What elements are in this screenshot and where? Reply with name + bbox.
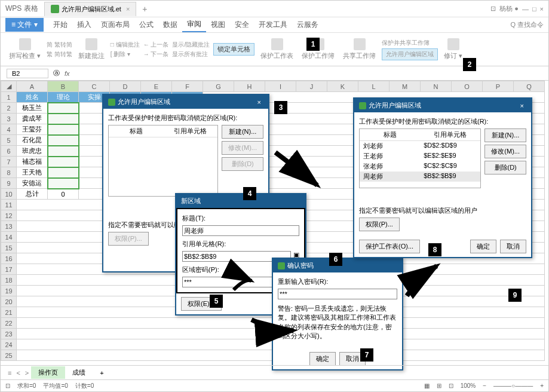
sheet-tab-1[interactable]: 操作页 <box>31 366 65 379</box>
cell-A9[interactable]: 安德运 <box>17 178 48 189</box>
menu-review[interactable]: 审阅 <box>182 17 206 32</box>
ok-button[interactable]: 确定 <box>309 352 336 366</box>
close-icon[interactable]: × <box>540 5 544 13</box>
menu-view[interactable]: 视图 <box>206 18 230 32</box>
cell-A8[interactable]: 王天艳 <box>17 167 48 178</box>
dialog1-titlebar[interactable]: 允许用户编辑区域× <box>103 95 268 109</box>
col-Q[interactable]: Q <box>514 81 545 92</box>
col-A[interactable]: A <box>17 81 48 92</box>
delete-button[interactable]: 删除(D) <box>484 161 526 174</box>
fx-icon[interactable]: ⓐ <box>53 69 60 78</box>
cell-B10[interactable]: 0 <box>48 189 79 200</box>
zoom-level[interactable]: 100% <box>461 382 476 389</box>
menu-layout[interactable]: 页面布局 <box>96 18 134 32</box>
minimize-icon[interactable]: — <box>522 5 529 13</box>
col-I[interactable]: I <box>265 81 296 92</box>
permissions-button[interactable]: 权限(P)... <box>359 218 400 231</box>
new-button[interactable]: 新建(N)... <box>222 125 263 139</box>
cell-A2[interactable]: 杨玉兰 <box>17 103 48 114</box>
title-input[interactable] <box>182 225 299 236</box>
cell-A5[interactable]: 石化昆 <box>17 135 48 146</box>
lock-cell-button[interactable]: 锁定单元格 <box>213 43 254 56</box>
tab-close-icon[interactable]: × <box>126 5 130 13</box>
menu-cloud[interactable]: 云服务 <box>292 18 323 32</box>
new-tab-icon[interactable]: + <box>142 4 147 14</box>
col-H[interactable]: H <box>234 81 265 92</box>
simp-to-trad-button[interactable]: 简 繁转简 <box>47 41 72 49</box>
dialog1-close-icon[interactable]: × <box>255 99 263 106</box>
delete-comment-button[interactable]: [ 删除 ▾ <box>111 50 140 59</box>
maximize-icon[interactable]: □ <box>532 5 536 13</box>
prev-comment-button[interactable]: ← 上一条 <box>143 41 169 49</box>
document-tab[interactable]: 允许用户编辑区域.et × <box>44 2 137 16</box>
dialog2-titlebar[interactable]: 新区域 <box>176 194 305 208</box>
col-G[interactable]: G <box>203 81 234 92</box>
col-M[interactable]: M <box>389 81 421 92</box>
cell-A6[interactable]: 班虎忠 <box>17 146 48 157</box>
spellcheck-button[interactable]: 拼写检查 ▾ <box>7 38 43 60</box>
allow-edit-ranges-button[interactable]: 允许用户编辑区域 <box>382 48 438 60</box>
edit-comment-button[interactable]: □ 编辑批注 <box>111 41 140 49</box>
zoom-out-icon[interactable]: − <box>483 382 486 389</box>
zoom-in-icon[interactable]: + <box>540 382 544 389</box>
user-label[interactable]: 杨杨 ● <box>499 4 519 13</box>
dialog1-range-list[interactable]: 标题引用单元格 <box>108 125 218 197</box>
col-P[interactable]: P <box>483 81 514 92</box>
track-changes-button[interactable]: 修订 ▾ <box>441 38 465 60</box>
modify-button[interactable]: 修改(M)... <box>484 145 526 158</box>
cell-B1[interactable]: 理论 <box>48 92 79 103</box>
list-item[interactable]: 刘老师$D$2:$D$9 <box>360 141 480 151</box>
sheet-nav-first-icon[interactable]: ≡ <box>5 369 14 376</box>
col-K[interactable]: K <box>327 81 358 92</box>
command-search[interactable]: Q 查找命令 <box>510 20 544 29</box>
show-all-comments-button[interactable]: 显示所有批注 <box>172 50 210 59</box>
list-item[interactable]: 王老师$E$2:$E$9 <box>360 151 480 161</box>
menu-insert[interactable]: 插入 <box>72 18 96 32</box>
col-F[interactable]: F <box>172 81 203 92</box>
protect-sheet-button[interactable]: 保护工作表 <box>258 38 296 60</box>
col-J[interactable]: J <box>296 81 327 92</box>
reenter-input[interactable] <box>278 289 397 299</box>
dialog4-titlebar[interactable]: 允许用户编辑区域× <box>354 99 531 112</box>
view-normal-icon[interactable]: ▦ <box>424 382 430 389</box>
col-B[interactable]: B <box>48 81 79 92</box>
add-sheet-icon[interactable]: + <box>93 368 111 378</box>
col-O[interactable]: O <box>452 81 483 92</box>
menu-formula[interactable]: 公式 <box>134 18 158 32</box>
sheet-nav-next-icon[interactable]: > <box>23 369 31 376</box>
share-workbook-button[interactable]: 共享工作簿 <box>341 38 378 60</box>
ok-button[interactable]: 确定 <box>470 240 496 253</box>
dialog4-close-icon[interactable]: × <box>518 102 526 109</box>
new-button[interactable]: 新建(N)... <box>484 128 526 142</box>
col-C[interactable]: C <box>79 81 110 92</box>
corner-cell[interactable]: ◢ <box>1 81 17 92</box>
list-item[interactable]: 周老师$B$2:$B$9 <box>360 172 480 182</box>
protect-sheet-button[interactable]: 保护工作表(O)... <box>359 240 420 253</box>
view-page-icon[interactable]: ⊞ <box>437 382 441 389</box>
new-comment-button[interactable]: 新建批注 <box>76 38 107 60</box>
trad-to-simp-button[interactable]: 繁 简转繁 <box>47 50 72 59</box>
menu-dev[interactable]: 开发工具 <box>254 18 292 32</box>
next-comment-button[interactable]: → 下一条 <box>143 50 169 59</box>
app-icon[interactable]: ⊡ <box>490 5 496 13</box>
col-L[interactable]: L <box>358 81 389 92</box>
col-E[interactable]: E <box>141 81 172 92</box>
cancel-button[interactable]: 取消 <box>500 240 526 253</box>
menu-data[interactable]: 数据 <box>158 18 182 32</box>
menu-security[interactable]: 安全 <box>230 18 254 32</box>
protect-share-button[interactable]: 保护并共享工作簿 <box>382 39 438 47</box>
fx-label[interactable]: fx <box>65 70 70 77</box>
cell-B2[interactable] <box>48 103 79 114</box>
dialog4-range-list[interactable]: 标题引用单元格 刘老师$D$2:$D$9 王老师$E$2:$E$9 张老师$C$… <box>359 128 481 188</box>
cell-A1[interactable]: 姓名 <box>17 92 48 103</box>
view-break-icon[interactable]: ⊡ <box>449 382 453 389</box>
cell-A10[interactable]: 总计 <box>17 189 48 200</box>
cell-A3[interactable]: 龚成琴 <box>17 114 48 124</box>
col-D[interactable]: D <box>110 81 141 92</box>
cell-A7[interactable]: 補态福 <box>17 157 48 167</box>
row-1[interactable]: 1 <box>1 92 17 103</box>
name-box[interactable]: B2 <box>7 69 48 78</box>
col-N[interactable]: N <box>421 81 452 92</box>
show-hide-comment-button[interactable]: 显示/隐藏批注 <box>172 41 210 49</box>
sheet-tab-2[interactable]: 成绩 <box>65 366 93 379</box>
